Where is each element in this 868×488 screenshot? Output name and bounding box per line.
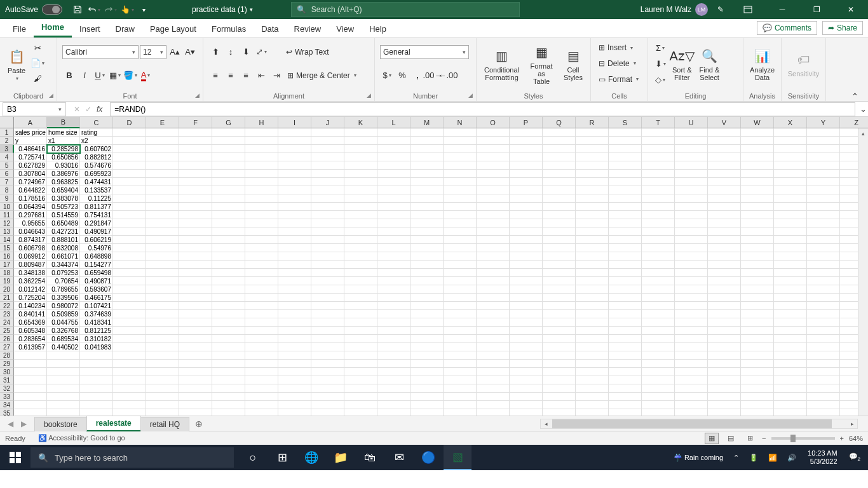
- number-launcher[interactable]: ◢: [466, 91, 475, 100]
- cell-P27[interactable]: [510, 343, 543, 351]
- cell-M10[interactable]: [410, 203, 444, 211]
- cell-H16[interactable]: [245, 252, 278, 261]
- cell-J34[interactable]: [311, 401, 344, 409]
- cell-T11[interactable]: [642, 211, 675, 219]
- cell-D35[interactable]: [113, 409, 146, 416]
- cell-I21[interactable]: [278, 294, 311, 302]
- cell-I1[interactable]: [278, 128, 311, 137]
- cell-B10[interactable]: 0.505723: [47, 203, 80, 211]
- cell-X3[interactable]: [774, 145, 807, 153]
- cell-S31[interactable]: [609, 376, 642, 384]
- cell-L18[interactable]: [377, 269, 410, 277]
- search-input[interactable]: 🔍 Search (Alt+Q): [291, 2, 520, 17]
- fx-icon[interactable]: fx: [97, 105, 102, 114]
- cell-I35[interactable]: [278, 409, 311, 416]
- row-header-16[interactable]: 16: [0, 252, 14, 261]
- cell-H30[interactable]: [245, 368, 278, 376]
- cell-T21[interactable]: [642, 294, 675, 302]
- column-header-B[interactable]: B: [47, 117, 80, 128]
- cell-L32[interactable]: [377, 384, 410, 393]
- cortana-icon[interactable]: ○: [239, 445, 267, 470]
- cell-D22[interactable]: [113, 302, 146, 310]
- cell-Y11[interactable]: [807, 211, 840, 219]
- cell-D31[interactable]: [113, 376, 146, 384]
- tab-draw[interactable]: Draw: [108, 20, 142, 37]
- cell-E4[interactable]: [146, 153, 179, 161]
- cell-B30[interactable]: [47, 368, 80, 376]
- tab-view[interactable]: View: [329, 20, 362, 37]
- cell-C35[interactable]: [80, 409, 113, 416]
- excel-icon[interactable]: ▧: [444, 445, 471, 470]
- cell-Q22[interactable]: [543, 302, 576, 310]
- cell-A31[interactable]: [14, 376, 47, 384]
- cell-H17[interactable]: [245, 261, 278, 269]
- cell-N5[interactable]: [444, 161, 477, 170]
- cell-A18[interactable]: 0.348138: [14, 269, 47, 277]
- cell-X32[interactable]: [774, 384, 807, 393]
- cell-Y33[interactable]: [807, 393, 840, 401]
- cell-O35[interactable]: [477, 409, 510, 416]
- cell-Y9[interactable]: [807, 194, 840, 203]
- cell-L23[interactable]: [377, 310, 410, 318]
- cell-K19[interactable]: [344, 277, 377, 285]
- cell-Q30[interactable]: [543, 368, 576, 376]
- cell-O3[interactable]: [477, 145, 510, 153]
- cell-F6[interactable]: [179, 170, 212, 178]
- cell-J17[interactable]: [311, 261, 344, 269]
- cell-O25[interactable]: [477, 327, 510, 335]
- coming-soon-button[interactable]: ✎: [713, 2, 728, 17]
- cell-T19[interactable]: [642, 277, 675, 285]
- cell-O22[interactable]: [477, 302, 510, 310]
- cell-U2[interactable]: [675, 137, 708, 145]
- cell-Q14[interactable]: [543, 236, 576, 244]
- sheet-tab-bookstore[interactable]: bookstore: [34, 417, 87, 431]
- alignment-launcher[interactable]: ◢: [364, 91, 373, 100]
- cell-H12[interactable]: [245, 219, 278, 227]
- cell-M15[interactable]: [410, 244, 444, 252]
- cell-T15[interactable]: [642, 244, 675, 252]
- cell-P20[interactable]: [510, 285, 543, 294]
- cell-Q20[interactable]: [543, 285, 576, 294]
- cell-I23[interactable]: [278, 310, 311, 318]
- sort-filter-button[interactable]: Aᴢ▽Sort & Filter: [670, 41, 695, 88]
- cell-V22[interactable]: [708, 302, 741, 310]
- cell-N31[interactable]: [444, 376, 477, 384]
- cell-D24[interactable]: [113, 318, 146, 327]
- cell-F1[interactable]: [179, 128, 212, 137]
- fill-button[interactable]: ⬇▾: [653, 57, 667, 71]
- cell-Q23[interactable]: [543, 310, 576, 318]
- cell-Y13[interactable]: [807, 227, 840, 236]
- cell-L30[interactable]: [377, 368, 410, 376]
- cell-L34[interactable]: [377, 401, 410, 409]
- cell-W24[interactable]: [741, 318, 774, 327]
- cell-P29[interactable]: [510, 360, 543, 368]
- cell-Y20[interactable]: [807, 285, 840, 294]
- store-icon[interactable]: 🛍: [356, 445, 384, 470]
- cell-F10[interactable]: [179, 203, 212, 211]
- cell-R34[interactable]: [576, 401, 609, 409]
- cell-G1[interactable]: [212, 128, 245, 137]
- cell-Q5[interactable]: [543, 161, 576, 170]
- cell-U14[interactable]: [675, 236, 708, 244]
- row-header-20[interactable]: 20: [0, 285, 14, 294]
- cell-W19[interactable]: [741, 277, 774, 285]
- page-break-view-button[interactable]: ⊞: [743, 433, 757, 444]
- cell-W31[interactable]: [741, 376, 774, 384]
- cell-A22[interactable]: 0.140234: [14, 302, 47, 310]
- cell-H11[interactable]: [245, 211, 278, 219]
- cell-F34[interactable]: [179, 401, 212, 409]
- cell-H29[interactable]: [245, 360, 278, 368]
- cell-V5[interactable]: [708, 161, 741, 170]
- cell-M25[interactable]: [410, 327, 444, 335]
- cell-H28[interactable]: [245, 351, 278, 360]
- cell-X14[interactable]: [774, 236, 807, 244]
- cell-V13[interactable]: [708, 227, 741, 236]
- cell-J9[interactable]: [311, 194, 344, 203]
- cell-R28[interactable]: [576, 351, 609, 360]
- column-header-T[interactable]: T: [642, 117, 675, 128]
- cell-S20[interactable]: [609, 285, 642, 294]
- cell-A20[interactable]: 0.012142: [14, 285, 47, 294]
- cell-A28[interactable]: [14, 351, 47, 360]
- cell-O17[interactable]: [477, 261, 510, 269]
- notifications-icon[interactable]: 💬2: [846, 452, 863, 462]
